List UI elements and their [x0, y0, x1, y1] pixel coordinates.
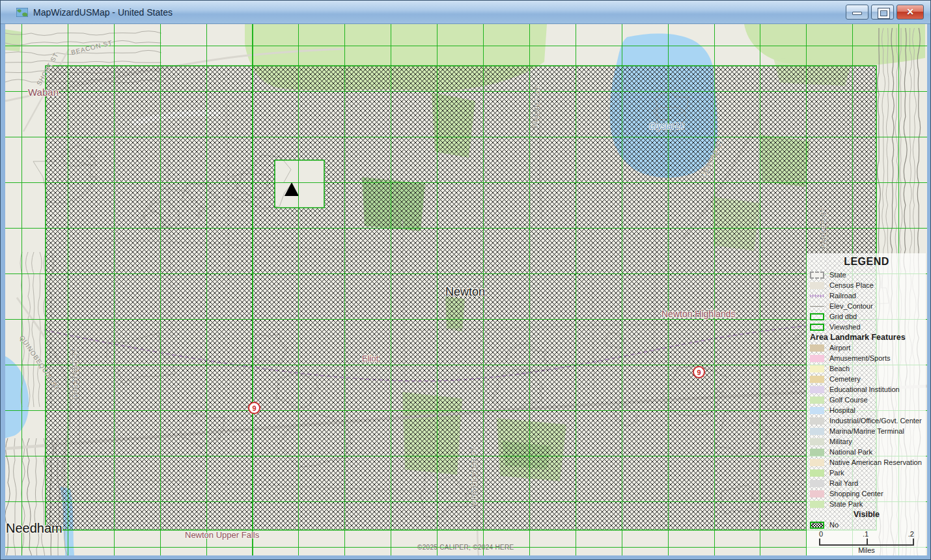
legend-item-label: Golf Course [829, 396, 868, 404]
legend-swatch [810, 449, 824, 456]
world-map-icon [16, 8, 28, 17]
legend-swatch [810, 344, 824, 352]
legend-item-label: Hospital [829, 406, 855, 414]
legend-item-label: Cemetery [829, 375, 861, 383]
legend-landmark-list: AirportAmusement/SportsBeachCemeteryEduc… [810, 343, 923, 509]
legend-item-label: State Park [829, 500, 863, 508]
legend-layer-item: State [810, 270, 923, 280]
legend-swatch [810, 313, 824, 320]
legend-swatch [810, 522, 824, 529]
legend-landmark-item: Educational Institution [810, 384, 923, 395]
legend-item-label: Military [829, 438, 852, 445]
contour-line [26, 252, 31, 407]
legend-landmark-item: Military [810, 436, 923, 447]
legend-swatch [810, 376, 824, 383]
legend-landmark-item: Park [810, 468, 923, 478]
contour-line [27, 438, 32, 555]
legend-title: LEGEND [810, 256, 923, 268]
scale-bar-line [819, 539, 914, 546]
observer-triangle-marker[interactable] [285, 182, 299, 196]
contour-line [21, 438, 25, 555]
contour-line [5, 31, 161, 36]
legend-panel: LEGEND StateCensus PlaceRailroadElev_Con… [807, 253, 926, 555]
legend-swatch [810, 324, 824, 331]
legend-swatch [810, 480, 824, 487]
legend-landmark-item: Industrial/Office/Govt. Center [810, 415, 923, 426]
scale-tick-label: .1 [863, 530, 868, 538]
contour-line [5, 40, 161, 45]
legend-item-label: Marina/Marine Terminal [829, 427, 904, 435]
legend-landmark-item: Rail Yard [810, 478, 923, 488]
legend-item-label: Park [829, 469, 844, 477]
legend-layer-item: Viewshed [810, 322, 923, 332]
legend-item-label: No [829, 521, 839, 529]
legend-swatch [810, 407, 824, 414]
legend-item-label: Elev_Contour [829, 302, 873, 310]
legend-swatch [810, 282, 824, 289]
maximize-icon [878, 8, 889, 18]
window-title: MapWizardUSMap - United States [33, 7, 173, 18]
pond [5, 356, 29, 438]
contour-line [5, 50, 161, 55]
map-graphics [5, 24, 927, 555]
minimize-button[interactable] [846, 5, 868, 20]
legend-layer-item: Elev_Contour [810, 301, 923, 311]
legend-landmark-item: Hospital [810, 405, 923, 415]
minimize-icon [852, 12, 862, 15]
legend-swatch [810, 459, 824, 466]
scale-numbers: 0 .1 .2 [819, 530, 914, 538]
title-bar[interactable]: MapWizardUSMap - United States ✕ [1, 1, 930, 24]
legend-landmark-item: Golf Course [810, 395, 923, 405]
maximize-button[interactable] [871, 5, 894, 20]
legend-item-label: Industrial/Office/Govt. Center [829, 417, 922, 425]
legend-item-label: Educational Institution [829, 385, 900, 393]
legend-item-label: Native American Reservation [829, 458, 922, 466]
legend-layer-item: Grid dbd [810, 311, 923, 322]
legend-swatch [810, 501, 824, 508]
window-controls: ✕ [846, 5, 924, 20]
scale-tick-label: .2 [908, 530, 914, 538]
legend-item-label: Grid dbd [829, 313, 857, 320]
scale-unit: Miles [819, 546, 914, 554]
legend-layer-item: Railroad [810, 290, 923, 301]
legend-landmark-item: State Park [810, 499, 923, 509]
visible-header: Visible [810, 509, 923, 520]
legend-landmark-item: Beach [810, 363, 923, 374]
contour-line [32, 252, 35, 407]
contour-line [5, 438, 10, 555]
legend-landmark-item: Cemetery [810, 374, 923, 384]
legend-swatch [810, 469, 824, 477]
legend-item-label: Airport [829, 344, 850, 352]
legend-swatch [810, 417, 824, 425]
legend-swatch [810, 272, 824, 279]
legend-layer-item: Census Place [810, 280, 923, 290]
legend-swatch [810, 397, 824, 404]
legend-item-label: National Park [829, 448, 872, 456]
area-landmark-header: Area Landmark Features [810, 332, 923, 343]
legend-landmark-item: National Park [810, 447, 923, 457]
legend-landmark-item: Amusement/Sports [810, 353, 923, 363]
legend-swatch [810, 303, 824, 310]
contour-line [35, 438, 39, 555]
legend-swatch [810, 365, 824, 372]
contour-line [5, 61, 161, 63]
viewshed-region [46, 66, 876, 530]
legend-landmark-item: Shopping Center [810, 488, 923, 499]
legend-landmark-item: Airport [810, 343, 923, 353]
contour-line [14, 438, 17, 555]
legend-visible-list: No [810, 520, 923, 530]
legend-swatch [810, 438, 824, 445]
legend-swatch [810, 490, 824, 497]
legend-item-label: Viewshed [829, 323, 861, 331]
legend-item-label: Beach [829, 365, 850, 372]
map-canvas[interactable]: ©2025 CALIPER; ©2024 HERE WabanNewtonNew… [5, 24, 927, 555]
close-button[interactable]: ✕ [896, 5, 924, 20]
contour-line [42, 438, 46, 555]
legend-visible-item: No [810, 520, 923, 530]
legend-swatch [810, 386, 824, 393]
app-window: MapWizardUSMap - United States ✕ [0, 0, 931, 560]
legend-item-label: Railroad [829, 292, 856, 300]
legend-landmark-item: Native American Reservation [810, 457, 923, 468]
legend-item-label: Shopping Center [829, 490, 883, 497]
scale-tick-label: 0 [819, 530, 823, 538]
